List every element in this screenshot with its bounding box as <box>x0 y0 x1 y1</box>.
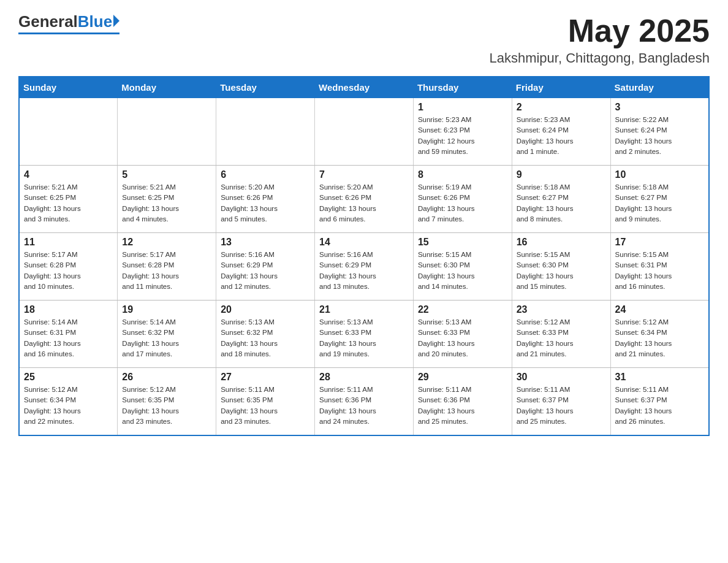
calendar-cell: 31Sunrise: 5:11 AMSunset: 6:37 PMDayligh… <box>610 368 709 435</box>
calendar-week-row: 1Sunrise: 5:23 AMSunset: 6:23 PMDaylight… <box>19 98 709 166</box>
calendar-header-saturday: Saturday <box>610 77 709 98</box>
day-info: Sunrise: 5:13 AMSunset: 6:32 PMDaylight:… <box>221 317 310 359</box>
day-number: 4 <box>24 169 113 180</box>
day-number: 3 <box>615 102 704 113</box>
day-number: 22 <box>418 304 507 315</box>
day-number: 14 <box>319 237 409 248</box>
day-number: 31 <box>615 372 704 383</box>
day-info: Sunrise: 5:23 AMSunset: 6:23 PMDaylight:… <box>418 115 507 157</box>
calendar-table: SundayMondayTuesdayWednesdayThursdayFrid… <box>18 76 710 436</box>
day-info: Sunrise: 5:11 AMSunset: 6:36 PMDaylight:… <box>418 385 507 427</box>
logo-arrow-icon <box>113 15 119 27</box>
day-number: 12 <box>122 237 211 248</box>
day-number: 5 <box>122 169 211 180</box>
calendar-cell: 16Sunrise: 5:15 AMSunset: 6:30 PMDayligh… <box>512 233 610 301</box>
day-info: Sunrise: 5:11 AMSunset: 6:37 PMDaylight:… <box>517 385 606 427</box>
day-info: Sunrise: 5:18 AMSunset: 6:27 PMDaylight:… <box>615 182 704 224</box>
day-info: Sunrise: 5:11 AMSunset: 6:37 PMDaylight:… <box>615 385 704 427</box>
calendar-cell: 22Sunrise: 5:13 AMSunset: 6:33 PMDayligh… <box>413 301 512 368</box>
day-info: Sunrise: 5:12 AMSunset: 6:34 PMDaylight:… <box>615 317 704 359</box>
logo-underline <box>18 33 119 34</box>
day-info: Sunrise: 5:22 AMSunset: 6:24 PMDaylight:… <box>615 115 704 157</box>
day-info: Sunrise: 5:20 AMSunset: 6:26 PMDaylight:… <box>221 182 310 224</box>
day-info: Sunrise: 5:15 AMSunset: 6:31 PMDaylight:… <box>615 250 704 292</box>
calendar-header-wednesday: Wednesday <box>315 77 414 98</box>
day-info: Sunrise: 5:15 AMSunset: 6:30 PMDaylight:… <box>418 250 507 292</box>
day-number: 23 <box>517 304 606 315</box>
day-info: Sunrise: 5:11 AMSunset: 6:36 PMDaylight:… <box>319 385 409 427</box>
logo-general-text: General <box>18 12 78 31</box>
calendar-cell <box>19 98 118 166</box>
calendar-week-row: 11Sunrise: 5:17 AMSunset: 6:28 PMDayligh… <box>19 233 709 301</box>
calendar-cell: 15Sunrise: 5:15 AMSunset: 6:30 PMDayligh… <box>413 233 512 301</box>
calendar-cell: 17Sunrise: 5:15 AMSunset: 6:31 PMDayligh… <box>610 233 709 301</box>
calendar-cell: 14Sunrise: 5:16 AMSunset: 6:29 PMDayligh… <box>315 233 414 301</box>
title-block: May 2025 Lakshmipur, Chittagong, Banglad… <box>489 12 710 66</box>
day-info: Sunrise: 5:17 AMSunset: 6:28 PMDaylight:… <box>122 250 211 292</box>
day-number: 15 <box>418 237 507 248</box>
calendar-cell: 20Sunrise: 5:13 AMSunset: 6:32 PMDayligh… <box>216 301 315 368</box>
calendar-cell <box>315 98 414 166</box>
calendar-cell: 8Sunrise: 5:19 AMSunset: 6:26 PMDaylight… <box>413 166 512 233</box>
day-info: Sunrise: 5:11 AMSunset: 6:35 PMDaylight:… <box>221 385 310 427</box>
day-number: 6 <box>221 169 310 180</box>
day-number: 10 <box>615 169 704 180</box>
calendar-cell: 19Sunrise: 5:14 AMSunset: 6:32 PMDayligh… <box>118 301 216 368</box>
calendar-cell: 25Sunrise: 5:12 AMSunset: 6:34 PMDayligh… <box>19 368 118 435</box>
day-info: Sunrise: 5:12 AMSunset: 6:34 PMDaylight:… <box>24 385 113 427</box>
day-info: Sunrise: 5:13 AMSunset: 6:33 PMDaylight:… <box>319 317 409 359</box>
day-number: 26 <box>122 372 211 383</box>
calendar-week-row: 25Sunrise: 5:12 AMSunset: 6:34 PMDayligh… <box>19 368 709 435</box>
calendar-cell: 4Sunrise: 5:21 AMSunset: 6:25 PMDaylight… <box>19 166 118 233</box>
day-number: 20 <box>221 304 310 315</box>
calendar-cell: 6Sunrise: 5:20 AMSunset: 6:26 PMDaylight… <box>216 166 315 233</box>
day-number: 29 <box>418 372 507 383</box>
day-number: 16 <box>517 237 606 248</box>
calendar-cell: 13Sunrise: 5:16 AMSunset: 6:29 PMDayligh… <box>216 233 315 301</box>
day-number: 27 <box>221 372 310 383</box>
day-info: Sunrise: 5:19 AMSunset: 6:26 PMDaylight:… <box>418 182 507 224</box>
day-number: 28 <box>319 372 409 383</box>
day-info: Sunrise: 5:12 AMSunset: 6:35 PMDaylight:… <box>122 385 211 427</box>
day-number: 2 <box>517 102 606 113</box>
calendar-cell: 29Sunrise: 5:11 AMSunset: 6:36 PMDayligh… <box>413 368 512 435</box>
calendar-cell: 21Sunrise: 5:13 AMSunset: 6:33 PMDayligh… <box>315 301 414 368</box>
day-number: 25 <box>24 372 113 383</box>
calendar-cell: 11Sunrise: 5:17 AMSunset: 6:28 PMDayligh… <box>19 233 118 301</box>
calendar-cell: 10Sunrise: 5:18 AMSunset: 6:27 PMDayligh… <box>610 166 709 233</box>
day-number: 13 <box>221 237 310 248</box>
calendar-header-thursday: Thursday <box>413 77 512 98</box>
calendar-header-friday: Friday <box>512 77 610 98</box>
calendar-cell: 24Sunrise: 5:12 AMSunset: 6:34 PMDayligh… <box>610 301 709 368</box>
day-info: Sunrise: 5:17 AMSunset: 6:28 PMDaylight:… <box>24 250 113 292</box>
day-info: Sunrise: 5:21 AMSunset: 6:25 PMDaylight:… <box>122 182 211 224</box>
calendar-cell: 23Sunrise: 5:12 AMSunset: 6:33 PMDayligh… <box>512 301 610 368</box>
day-info: Sunrise: 5:15 AMSunset: 6:30 PMDaylight:… <box>517 250 606 292</box>
day-number: 11 <box>24 237 113 248</box>
day-info: Sunrise: 5:16 AMSunset: 6:29 PMDaylight:… <box>319 250 409 292</box>
calendar-cell: 9Sunrise: 5:18 AMSunset: 6:27 PMDaylight… <box>512 166 610 233</box>
calendar-cell: 30Sunrise: 5:11 AMSunset: 6:37 PMDayligh… <box>512 368 610 435</box>
calendar-cell: 18Sunrise: 5:14 AMSunset: 6:31 PMDayligh… <box>19 301 118 368</box>
day-info: Sunrise: 5:18 AMSunset: 6:27 PMDaylight:… <box>517 182 606 224</box>
calendar-cell: 12Sunrise: 5:17 AMSunset: 6:28 PMDayligh… <box>118 233 216 301</box>
day-number: 7 <box>319 169 409 180</box>
day-number: 19 <box>122 304 211 315</box>
calendar-cell <box>216 98 315 166</box>
calendar-cell: 5Sunrise: 5:21 AMSunset: 6:25 PMDaylight… <box>118 166 216 233</box>
calendar-cell: 27Sunrise: 5:11 AMSunset: 6:35 PMDayligh… <box>216 368 315 435</box>
day-info: Sunrise: 5:21 AMSunset: 6:25 PMDaylight:… <box>24 182 113 224</box>
day-number: 8 <box>418 169 507 180</box>
logo: General Blue <box>18 12 119 34</box>
day-info: Sunrise: 5:14 AMSunset: 6:32 PMDaylight:… <box>122 317 211 359</box>
calendar-cell: 28Sunrise: 5:11 AMSunset: 6:36 PMDayligh… <box>315 368 414 435</box>
day-info: Sunrise: 5:14 AMSunset: 6:31 PMDaylight:… <box>24 317 113 359</box>
calendar-header-monday: Monday <box>118 77 216 98</box>
calendar-cell: 26Sunrise: 5:12 AMSunset: 6:35 PMDayligh… <box>118 368 216 435</box>
day-info: Sunrise: 5:16 AMSunset: 6:29 PMDaylight:… <box>221 250 310 292</box>
calendar-week-row: 18Sunrise: 5:14 AMSunset: 6:31 PMDayligh… <box>19 301 709 368</box>
logo-blue-text: Blue <box>78 12 112 31</box>
calendar-cell: 3Sunrise: 5:22 AMSunset: 6:24 PMDaylight… <box>610 98 709 166</box>
calendar-cell: 2Sunrise: 5:23 AMSunset: 6:24 PMDaylight… <box>512 98 610 166</box>
calendar-header-sunday: Sunday <box>19 77 118 98</box>
